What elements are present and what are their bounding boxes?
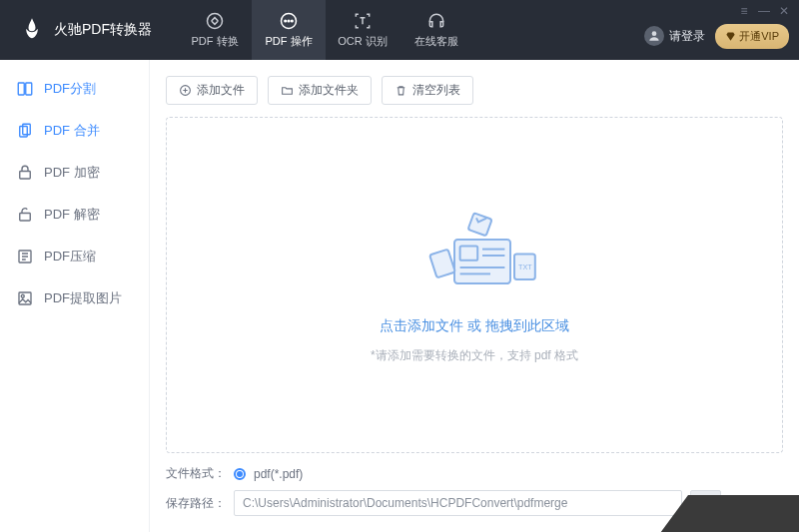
trash-icon — [395, 84, 407, 97]
sidebar-label: PDF提取图片 — [44, 289, 122, 307]
avatar-icon — [644, 26, 664, 46]
svg-point-5 — [652, 31, 657, 36]
toolbar: 添加文件 添加文件夹 清空列表 — [166, 76, 783, 105]
split-icon — [16, 80, 34, 98]
sidebar-label: PDF分割 — [44, 80, 96, 98]
ocr-icon — [353, 11, 373, 31]
main-panel: 添加文件 添加文件夹 清空列表 T — [150, 60, 799, 532]
format-label: 文件格式： — [166, 465, 226, 482]
login-button[interactable]: 请登录 — [644, 26, 705, 46]
body: PDF分割 PDF 合并 PDF 加密 PDF 解密 PDF压缩 PDF提取图片… — [0, 60, 799, 532]
diamond-icon — [725, 31, 736, 42]
headset-icon — [426, 11, 446, 31]
svg-rect-13 — [19, 292, 31, 304]
sidebar-item-merge[interactable]: PDF 合并 — [0, 110, 149, 152]
svg-rect-10 — [20, 172, 31, 180]
dropzone-illustration-icon: TXT — [395, 206, 554, 305]
tab-label: 在线客服 — [414, 34, 458, 49]
unlock-icon — [16, 206, 34, 224]
tab-label: PDF 操作 — [265, 34, 312, 49]
tab-label: OCR 识别 — [338, 34, 388, 49]
path-label: 保存路径： — [166, 495, 226, 512]
sidebar-label: PDF 合并 — [44, 122, 100, 140]
format-radio[interactable] — [234, 468, 246, 480]
app-logo-icon — [18, 16, 46, 44]
btn-label: 清空列表 — [412, 82, 460, 99]
svg-rect-8 — [20, 127, 28, 138]
svg-point-4 — [292, 20, 294, 22]
vip-button[interactable]: 开通VIP — [715, 24, 789, 49]
sidebar-label: PDF 加密 — [44, 164, 100, 182]
format-value: pdf(*.pdf) — [254, 467, 303, 481]
convert-icon — [205, 11, 225, 31]
logo-area: 火驰PDF转换器 — [0, 16, 170, 44]
svg-rect-24 — [429, 250, 455, 278]
compress-icon — [16, 248, 34, 266]
image-icon — [16, 289, 34, 307]
app-name: 火驰PDF转换器 — [54, 21, 152, 39]
add-file-icon — [179, 84, 192, 97]
tab-pdf-operate[interactable]: PDF 操作 — [252, 0, 326, 60]
add-file-button[interactable]: 添加文件 — [166, 76, 258, 105]
sidebar-item-encrypt[interactable]: PDF 加密 — [0, 152, 149, 194]
sidebar-item-compress[interactable]: PDF压缩 — [0, 236, 149, 277]
btn-label: 添加文件夹 — [299, 82, 359, 99]
clear-list-button[interactable]: 清空列表 — [382, 76, 473, 105]
svg-text:TXT: TXT — [518, 263, 532, 271]
sidebar-label: PDF压缩 — [44, 248, 96, 266]
add-folder-button[interactable]: 添加文件夹 — [268, 76, 372, 105]
tab-ocr[interactable]: OCR 识别 — [326, 0, 400, 60]
sidebar: PDF分割 PDF 合并 PDF 加密 PDF 解密 PDF压缩 PDF提取图片 — [0, 60, 150, 532]
svg-rect-7 — [26, 83, 32, 95]
svg-rect-6 — [18, 83, 24, 95]
tab-pdf-convert[interactable]: PDF 转换 — [178, 0, 252, 60]
svg-rect-9 — [23, 124, 31, 135]
save-path-input[interactable] — [234, 490, 682, 516]
dropzone-title: 点击添加文件 或 拖拽到此区域 — [380, 317, 569, 335]
dropzone[interactable]: TXT 点击添加文件 或 拖拽到此区域 *请添加需要转换的文件，支持 pdf 格… — [166, 117, 783, 453]
sidebar-item-split[interactable]: PDF分割 — [0, 68, 149, 110]
sidebar-item-extract-images[interactable]: PDF提取图片 — [0, 277, 149, 319]
vip-label: 开通VIP — [739, 29, 779, 44]
btn-label: 添加文件 — [197, 82, 245, 99]
merge-icon — [16, 122, 34, 140]
svg-point-2 — [285, 20, 287, 22]
sidebar-label: PDF 解密 — [44, 206, 100, 224]
format-row: 文件格式： pdf(*.pdf) — [166, 465, 783, 482]
svg-point-0 — [208, 14, 223, 29]
folder-icon — [281, 84, 294, 97]
svg-point-14 — [21, 294, 24, 297]
login-label: 请登录 — [669, 28, 705, 45]
tab-label: PDF 转换 — [191, 34, 238, 49]
svg-rect-25 — [468, 213, 492, 236]
sidebar-item-decrypt[interactable]: PDF 解密 — [0, 194, 149, 236]
titlebar: 火驰PDF转换器 PDF 转换 PDF 操作 OCR 识别 在线客服 ≡ — ✕ — [0, 0, 799, 60]
dropzone-subtitle: *请添加需要转换的文件，支持 pdf 格式 — [371, 347, 578, 364]
operate-icon — [279, 11, 299, 31]
header-right: 请登录 开通VIP — [644, 12, 789, 49]
lock-icon — [16, 164, 34, 182]
svg-rect-11 — [20, 214, 31, 222]
top-tabs: PDF 转换 PDF 操作 OCR 识别 在线客服 — [178, 0, 473, 60]
svg-point-3 — [288, 20, 290, 22]
tab-service[interactable]: 在线客服 — [400, 0, 473, 60]
